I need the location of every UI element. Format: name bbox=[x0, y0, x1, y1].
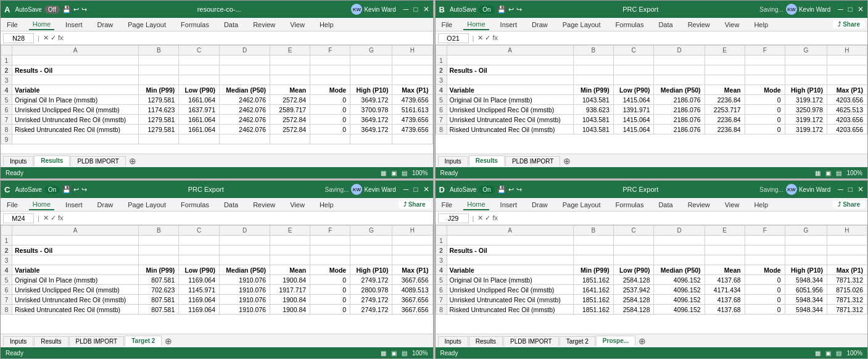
cell-value[interactable]: Low (P90) bbox=[613, 85, 654, 95]
cell-variable[interactable]: Unrisked Unclipped Rec Oil (mmstb) bbox=[447, 105, 573, 115]
tab-data-c[interactable]: Data bbox=[220, 200, 242, 210]
row-number[interactable]: 4 bbox=[436, 85, 447, 95]
tab-data-b[interactable]: Data bbox=[655, 20, 676, 30]
cell-value[interactable]: 3667.656 bbox=[392, 275, 432, 285]
cell-value[interactable] bbox=[705, 75, 745, 85]
redo-icon-c[interactable]: ↪ bbox=[81, 186, 87, 194]
cell-value[interactable] bbox=[270, 65, 310, 75]
sheet-tab-pldb-c[interactable]: PLDB IMPORT bbox=[69, 336, 125, 346]
row-number[interactable]: 7 bbox=[436, 115, 447, 125]
cell-variable[interactable]: Original Oil In Place (mmstb) bbox=[12, 95, 139, 105]
cell-value[interactable]: High (P10) bbox=[350, 265, 392, 275]
cell-value[interactable]: 0 bbox=[310, 105, 350, 115]
tab-review-d[interactable]: Review bbox=[684, 200, 714, 210]
tab-file-c[interactable]: File bbox=[3, 200, 22, 210]
cell-value[interactable] bbox=[139, 134, 179, 144]
share-button-d[interactable]: ⤴ Share bbox=[833, 200, 865, 208]
cell-value[interactable] bbox=[350, 56, 392, 65]
cell-value[interactable]: 7871.312 bbox=[827, 295, 867, 305]
cell-value[interactable]: 5948.344 bbox=[785, 305, 827, 315]
cell-value[interactable]: 3700.978 bbox=[350, 105, 392, 115]
cell-value[interactable]: Median (P50) bbox=[654, 265, 705, 275]
formula-input-b[interactable] bbox=[500, 35, 865, 42]
cell-variable[interactable]: Unrisked Unclipped Rec Oil (mmstb) bbox=[12, 285, 139, 295]
name-box-a[interactable] bbox=[3, 33, 34, 43]
tab-review-c[interactable]: Review bbox=[249, 200, 279, 210]
cell-value[interactable]: 1851.162 bbox=[573, 275, 613, 285]
cell-value[interactable] bbox=[613, 65, 654, 75]
minimize-button-d[interactable]: ─ bbox=[838, 185, 843, 194]
cell-variable[interactable] bbox=[447, 255, 573, 265]
close-button-a[interactable]: ✕ bbox=[423, 5, 429, 14]
cell-value[interactable] bbox=[219, 246, 270, 255]
cell-value[interactable]: 2749.172 bbox=[350, 275, 392, 285]
cell-value[interactable]: 2236.84 bbox=[705, 125, 745, 134]
cell-variable[interactable]: Variable bbox=[12, 265, 139, 275]
sheet-tab-inputs-a[interactable]: Inputs bbox=[3, 156, 33, 166]
cell-value[interactable] bbox=[705, 236, 745, 246]
cell-value[interactable]: 1279.581 bbox=[139, 95, 179, 105]
formula-input-a[interactable] bbox=[66, 35, 431, 42]
row-number[interactable]: 2 bbox=[1, 246, 12, 255]
cell-value[interactable]: Mode bbox=[310, 265, 350, 275]
cell-value[interactable] bbox=[573, 75, 613, 85]
name-box-b[interactable] bbox=[438, 33, 469, 43]
cell-value[interactable]: 1174.623 bbox=[139, 105, 179, 115]
view-normal-b[interactable]: ▦ bbox=[815, 170, 820, 176]
share-button-b[interactable]: ⤴ Share bbox=[833, 20, 865, 28]
cell-value[interactable]: 6051.956 bbox=[785, 285, 827, 295]
cell-value[interactable]: 2186.076 bbox=[654, 125, 705, 134]
cell-value[interactable]: 1900.84 bbox=[270, 295, 310, 305]
cell-value[interactable]: 1043.581 bbox=[573, 95, 613, 105]
sheet-tab-target2-d[interactable]: Target 2 bbox=[560, 336, 595, 346]
tab-draw-c[interactable]: Draw bbox=[94, 200, 117, 210]
cell-variable[interactable] bbox=[12, 75, 139, 85]
row-number[interactable]: 8 bbox=[436, 125, 447, 134]
cell-value[interactable] bbox=[139, 75, 179, 85]
cell-value[interactable] bbox=[219, 65, 270, 75]
save-icon-d[interactable]: 💾 bbox=[497, 186, 506, 194]
cell-value[interactable]: 1661.064 bbox=[179, 125, 220, 134]
cell-value[interactable] bbox=[827, 75, 867, 85]
cell-variable[interactable]: Variable bbox=[447, 85, 573, 95]
row-number[interactable]: 8 bbox=[1, 125, 12, 134]
row-number[interactable]: 6 bbox=[1, 285, 12, 295]
cell-value[interactable]: 0 bbox=[745, 95, 785, 105]
cell-value[interactable] bbox=[350, 75, 392, 85]
cell-variable[interactable] bbox=[12, 134, 139, 144]
cell-value[interactable] bbox=[270, 134, 310, 144]
cell-value[interactable]: 2186.076 bbox=[654, 105, 705, 115]
view-page-c[interactable]: ▤ bbox=[402, 350, 407, 357]
cell-value[interactable]: 1900.84 bbox=[270, 305, 310, 315]
cell-value[interactable]: 1279.581 bbox=[139, 115, 179, 125]
sheet-tab-results-c[interactable]: Results bbox=[34, 336, 68, 346]
cell-value[interactable]: 2800.978 bbox=[350, 285, 392, 295]
cell-variable[interactable]: Results - Oil bbox=[447, 246, 573, 255]
cell-value[interactable]: Low (P90) bbox=[179, 85, 220, 95]
cell-value[interactable]: 1910.076 bbox=[219, 275, 270, 285]
cell-value[interactable]: 1391.971 bbox=[613, 105, 654, 115]
cell-variable[interactable]: Risked Untruncated Rec Oil (mmstb) bbox=[447, 125, 573, 134]
tab-draw-d[interactable]: Draw bbox=[528, 200, 552, 210]
row-number[interactable]: 7 bbox=[1, 115, 12, 125]
cell-variable[interactable]: Risked Untruncated Rec Oil (mmstb) bbox=[12, 125, 139, 134]
tab-home-b[interactable]: Home bbox=[463, 19, 489, 30]
cell-value[interactable] bbox=[219, 134, 270, 144]
tab-view-b[interactable]: View bbox=[721, 20, 743, 30]
row-number[interactable]: 7 bbox=[436, 295, 447, 305]
row-number[interactable]: 5 bbox=[436, 95, 447, 105]
maximize-button-d[interactable]: □ bbox=[848, 185, 853, 194]
tab-insert-a[interactable]: Insert bbox=[62, 20, 86, 30]
cell-value[interactable] bbox=[654, 65, 705, 75]
sheet-tab-inputs-d[interactable]: Inputs bbox=[438, 336, 468, 346]
view-layout-a[interactable]: ▣ bbox=[391, 170, 397, 176]
tab-review-b[interactable]: Review bbox=[684, 20, 714, 30]
cell-value[interactable]: 4096.152 bbox=[654, 305, 705, 315]
cell-value[interactable] bbox=[613, 236, 654, 246]
cell-value[interactable] bbox=[392, 56, 432, 65]
undo-icon-b[interactable]: ↩ bbox=[508, 6, 514, 14]
sheet-tab-results-a[interactable]: Results bbox=[34, 155, 70, 167]
cell-variable[interactable]: Results - Oil bbox=[12, 65, 139, 75]
cell-value[interactable] bbox=[745, 65, 785, 75]
cell-value[interactable] bbox=[827, 255, 867, 265]
